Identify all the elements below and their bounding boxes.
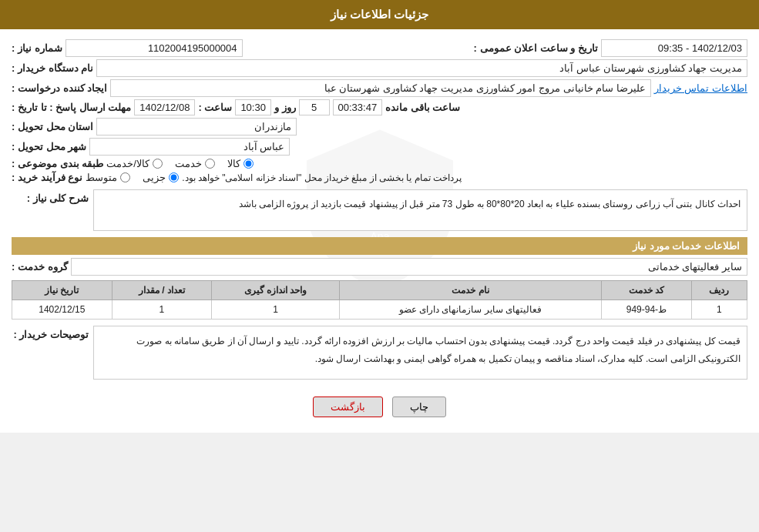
- shomareNiaz-label: شماره نیاز :: [12, 42, 62, 54]
- tabaqe-kala-khadamat-item: کالا/خدمت: [106, 158, 163, 169]
- mohlat-label: مهلت ارسال پاسخ : تا تاریخ :: [12, 102, 131, 113]
- noeFarayard-jozii-item: جزیی: [143, 172, 179, 183]
- outer-section: finder.net Ana شماره نیاز : 110200419500…: [12, 37, 747, 386]
- cell-vahed: 1: [212, 300, 340, 320]
- date-value: 1402/12/08: [134, 99, 195, 115]
- sharhNiaz-section: شرح کلی نیاز : احداث کانال بتنی آب زراعی…: [12, 189, 747, 231]
- col-namKhadamat: نام خدمت: [339, 281, 601, 300]
- col-tedad: تعداد / مقدار: [112, 281, 211, 300]
- ijadKonande-value: علیرضا سام خانیانی مروج امور کشاورزی مدی…: [110, 79, 651, 97]
- tosihKharidar-label: توصیحات خریدار :: [12, 326, 89, 340]
- namDastgah-label: نام دستگاه خریدار :: [12, 62, 93, 74]
- header-title: جزئیات اطلاعات نیاز: [331, 8, 428, 21]
- ijadKonande-row: ایجاد کننده درخواست : علیرضا سام خانیانی…: [12, 79, 747, 97]
- rooz-value: 5: [299, 99, 330, 115]
- tosihKharidar-value: قیمت کل پیشنهادی در فیلد قیمت واحد درج گ…: [93, 326, 747, 380]
- tabaqe-kala-radio[interactable]: [243, 159, 254, 169]
- garohKhadamat-row: گروه خدمت : سایر فعالیتهای خدماتی: [12, 258, 747, 276]
- col-vahed: واحد اندازه گیری: [212, 281, 340, 300]
- noeFarayard-motavasset-label: متوسط: [86, 172, 117, 183]
- namDastgah-value: مدیریت جهاد کشاورزی شهرستان عباس آباد: [96, 59, 747, 77]
- ijadKonande-label: ایجاد کننده درخواست :: [12, 82, 107, 94]
- tabaqe-kala-khadamat-radio[interactable]: [153, 159, 163, 169]
- col-kodKhadamat: کد خدمت: [602, 281, 692, 300]
- services-table: ردیف کد خدمت نام خدمت واحد اندازه گیری ت…: [12, 280, 747, 320]
- shomareNiaz-value: 1102004195000004: [65, 39, 243, 57]
- khadamat-heading: اطلاعات خدمات مورد نیاز: [12, 237, 747, 255]
- time-value: 10:30: [235, 99, 271, 115]
- saatBaqi-label: ساعت باقی مانده: [385, 102, 460, 113]
- tabaqe-kala-item: کالا: [227, 158, 254, 169]
- col-radif: ردیف: [691, 281, 747, 300]
- ijadKonande-link[interactable]: اطلاعات تماس خریدار: [654, 82, 747, 94]
- services-table-body: 1ط-94-949فعالیتهای سایر سازمانهای دارای …: [12, 300, 747, 320]
- noeFarayard-radio-group: متوسط جزیی: [86, 172, 179, 183]
- shahr-value: عباس آباد: [89, 138, 290, 156]
- noeFarayard-jozii-radio[interactable]: [169, 172, 179, 182]
- sharhNiaz-label: شرح کلی نیاز :: [12, 189, 89, 204]
- shomareNiaz-row: شماره نیاز : 1102004195000004 تاریخ و سا…: [12, 39, 747, 57]
- namDastgah-row: نام دستگاه خریدار : مدیریت جهاد کشاورزی …: [12, 59, 747, 77]
- cell-radif: 1: [691, 300, 747, 320]
- print-button[interactable]: چاپ: [392, 396, 446, 417]
- col-tarikh: تاریخ نیاز: [12, 281, 113, 300]
- cell-namKhadamat: فعالیتهای سایر سازمانهای دارای عضو: [339, 300, 601, 320]
- header-bar: جزئیات اطلاعات نیاز: [0, 0, 759, 29]
- ostan-row: استان محل تحویل : مازندران: [12, 118, 747, 136]
- garohKhadamat-label: گروه خدمت :: [12, 261, 68, 273]
- saatBaqi-value: 00:33:47: [333, 99, 383, 115]
- main-content: finder.net Ana شماره نیاز : 110200419500…: [0, 29, 759, 433]
- ostan-label: استان محل تحویل :: [12, 121, 93, 132]
- time-label: ساعت :: [198, 102, 232, 113]
- tosih-section: توصیحات خریدار : قیمت کل پیشنهادی در فیل…: [12, 326, 747, 380]
- tabaqe-khadamat-item: خدمت: [175, 158, 215, 169]
- garohKhadamat-value: سایر فعالیتهای خدماتی: [71, 258, 747, 276]
- table-row: 1ط-94-949فعالیتهای سایر سازمانهای دارای …: [12, 300, 747, 320]
- noeFarayard-row: نوع فرآیند خرید : متوسط جزیی پرداخت تمام…: [12, 172, 747, 183]
- tabaqe-khadamat-radio[interactable]: [205, 159, 215, 169]
- noeFarayard-label: نوع فرآیند خرید :: [12, 172, 82, 183]
- cell-kodKhadamat: ط-94-949: [602, 300, 692, 320]
- rooz-label: روز و: [274, 102, 296, 113]
- tabaqe-kala-label: کالا: [227, 158, 240, 169]
- noeFarayard-motavasset-radio[interactable]: [120, 172, 130, 182]
- tabaqe-row: طبقه بندی موضوعی : کالا/خدمت خدمت کالا: [12, 158, 747, 169]
- noeFarayard-desc: پرداخت تمام یا بخشی از مبلغ خریداز محل "…: [182, 172, 462, 183]
- tabaqe-khadamat-label: خدمت: [175, 158, 202, 169]
- noeFarayard-motavasset-item: متوسط: [86, 172, 130, 183]
- services-table-header: ردیف کد خدمت نام خدمت واحد اندازه گیری ت…: [12, 281, 747, 300]
- tabaqe-label: طبقه بندی موضوعی :: [12, 158, 103, 169]
- cell-tarikh: 1402/12/15: [12, 300, 113, 320]
- ostan-value: مازندران: [96, 118, 297, 136]
- content-z: شماره نیاز : 1102004195000004 تاریخ و سا…: [12, 39, 747, 380]
- cell-tedad: 1: [112, 300, 211, 320]
- page-container: جزئیات اطلاعات نیاز finder.net Ana شماره…: [0, 0, 759, 433]
- footer-buttons: چاپ بازگشت: [12, 396, 747, 417]
- back-button[interactable]: بازگشت: [313, 396, 383, 417]
- takhvil-value: 1402/12/03 - 09:35: [601, 39, 747, 57]
- tabaqe-kala-khadamat-label: کالا/خدمت: [106, 158, 149, 169]
- noeFarayard-jozii-label: جزیی: [143, 172, 166, 183]
- tabaqe-radio-group: کالا/خدمت خدمت کالا: [106, 158, 254, 169]
- shahr-row: شهر محل تحویل : عباس آباد: [12, 138, 747, 156]
- mohlat-row: مهلت ارسال پاسخ : تا تاریخ : 1402/12/08 …: [12, 99, 747, 115]
- shahr-label: شهر محل تحویل :: [12, 141, 86, 152]
- takhvil-label: تاریخ و ساعت اعلان عمومی :: [474, 42, 598, 54]
- sharhNiaz-value: احداث کانال بتنی آب زراعی روستای بسنده ع…: [93, 189, 747, 231]
